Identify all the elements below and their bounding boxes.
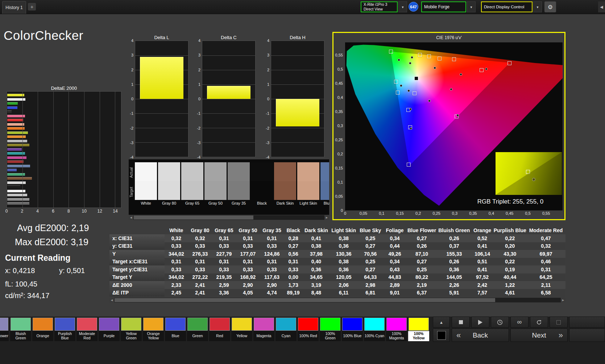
gridline bbox=[135, 142, 188, 143]
patch-button-blue-flower[interactable]: Blue Flower bbox=[0, 317, 9, 341]
patch-button-cyan[interactable]: Cyan bbox=[275, 317, 297, 341]
right-arrow-icon: ▶ bbox=[562, 299, 564, 302]
gridline bbox=[202, 55, 255, 56]
gridline bbox=[202, 84, 255, 85]
patch-button-green[interactable]: Green bbox=[187, 317, 208, 341]
table-cell: 0,32 bbox=[526, 242, 565, 250]
table-cell: 9,01 bbox=[383, 289, 406, 297]
patch-button-100-blue[interactable]: 100% Blue bbox=[342, 317, 363, 341]
scroll-up-button[interactable]: ▲ bbox=[433, 317, 450, 328]
swatch-strip-scrollbar[interactable]: ◀ ▶ bbox=[129, 215, 329, 220]
table-row: ΔE 20002,332,412,592,902,901,733,192,062… bbox=[109, 281, 565, 289]
delta-c-title: Delta C bbox=[202, 35, 256, 41]
settings-button[interactable]: ⚙ bbox=[544, 1, 556, 12]
source-dropdown[interactable]: Mobile Forge bbox=[421, 1, 466, 12]
scroll-right-button[interactable]: ▶ bbox=[324, 215, 329, 220]
patch-button-100-green[interactable]: 100% Green bbox=[320, 317, 341, 341]
scroll-left-button[interactable]: ◀ bbox=[129, 215, 133, 220]
patch-button-bluish-green[interactable]: Bluish Green bbox=[10, 317, 31, 341]
patch-button-100-magenta[interactable]: 100% Magenta bbox=[386, 317, 407, 341]
reading-x-value: x: 0,4218 bbox=[5, 267, 35, 275]
axis-tick-label: 14 bbox=[113, 209, 117, 214]
table-cell: 124,86 bbox=[260, 250, 284, 258]
axis-tick-label: -4 bbox=[130, 155, 133, 159]
scrollbar-thumb[interactable] bbox=[134, 216, 253, 219]
patch-button-moderate-red[interactable]: Moderate Red bbox=[76, 317, 98, 341]
corner-button-bottom[interactable] bbox=[569, 329, 605, 342]
table-cell: 0,52 bbox=[471, 234, 493, 242]
axis-tick-label: 4 bbox=[267, 38, 269, 43]
patch-button-orange[interactable]: Orange bbox=[32, 317, 53, 341]
patch-button-100-cyan[interactable]: 100% Cyan bbox=[364, 317, 385, 341]
patch-swatch bbox=[77, 318, 97, 331]
add-history-tab-button[interactable]: + bbox=[28, 3, 36, 11]
patch-button-red[interactable]: Red bbox=[209, 317, 230, 341]
patch-button-magenta[interactable]: Magenta bbox=[253, 317, 274, 341]
table-row: x: CIE310,320,320,310,310,310,280,410,38… bbox=[109, 234, 565, 242]
cie-target-marker bbox=[413, 91, 417, 95]
patch-button-blue[interactable]: Blue bbox=[165, 317, 186, 341]
table-cell: 0,33 bbox=[188, 242, 212, 250]
axis-tick-label: 0,55 bbox=[335, 53, 343, 57]
history-tab[interactable]: History 1 bbox=[2, 1, 26, 14]
source-dropdown-chevron[interactable]: ▾ bbox=[467, 1, 476, 12]
next-button[interactable]: Next » bbox=[510, 329, 568, 342]
swatch-label: Gray 50 bbox=[204, 200, 227, 206]
table-cell: 2,98 bbox=[358, 281, 383, 289]
collapse-panel-button[interactable]: ◀ bbox=[598, 1, 605, 12]
play-button[interactable] bbox=[471, 317, 489, 328]
scroll-right-button[interactable]: ▶ bbox=[561, 298, 565, 302]
patch-swatch bbox=[187, 318, 208, 331]
actual-swatch bbox=[274, 162, 296, 181]
cie-target-marker bbox=[427, 54, 431, 58]
patch-button-purple[interactable]: Purple bbox=[99, 317, 120, 341]
patch-button-100-red[interactable]: 100% Red bbox=[298, 317, 319, 341]
target-swatch bbox=[320, 181, 329, 200]
actual-swatch bbox=[204, 162, 227, 181]
table-cell: 0,19 bbox=[494, 265, 526, 273]
background-toggle-button[interactable] bbox=[433, 329, 450, 342]
delta-c-chart: Delta C 43210-1-2-3-4 bbox=[202, 35, 256, 41]
axis-tick-label: -1 bbox=[266, 111, 269, 116]
current-reading-title: Current Reading bbox=[5, 253, 70, 263]
table-row-label: y: CIE31 bbox=[109, 242, 165, 250]
table-row: Y344,02276,33227,79177,07124,860,5637,98… bbox=[109, 250, 565, 258]
table-cell: 40,44 bbox=[494, 273, 526, 281]
scroll-left-button[interactable]: ◀ bbox=[109, 298, 114, 302]
deltae-bar bbox=[7, 177, 32, 180]
back-button[interactable]: « Back bbox=[452, 329, 509, 342]
cie-target-marker bbox=[507, 61, 511, 65]
patch-button-purplish-blue[interactable]: Purplish Blue bbox=[54, 317, 75, 341]
patch-label: Yellow bbox=[231, 331, 252, 341]
display-dropdown[interactable]: Direct Display Control bbox=[481, 1, 533, 12]
table-scrollbar[interactable]: ◀ ▶ bbox=[109, 298, 565, 302]
gridline bbox=[53, 92, 54, 208]
patch-button-yellow-green[interactable]: Yellow Green bbox=[121, 317, 142, 341]
display-dropdown-chevron[interactable]: ▾ bbox=[533, 1, 542, 12]
table-row-label: x: CIE31 bbox=[109, 234, 165, 242]
table-cell: 0,41 bbox=[303, 234, 330, 242]
patch-button-yellow[interactable]: Yellow bbox=[231, 317, 252, 341]
delta-h-bar bbox=[276, 99, 319, 126]
cie-target-marker bbox=[389, 50, 393, 54]
stop-button[interactable] bbox=[452, 317, 470, 328]
patch-button-orange-yellow[interactable]: Orange Yellow bbox=[143, 317, 164, 341]
deltae-bar bbox=[7, 140, 27, 142]
patch-label: Purple bbox=[99, 331, 120, 341]
timer-button[interactable] bbox=[491, 317, 509, 328]
scrollbar-thumb[interactable] bbox=[115, 298, 495, 302]
patch-button-100-yellow[interactable]: 100% Yellow bbox=[408, 317, 429, 341]
axis-tick-label: -3 bbox=[197, 141, 200, 145]
delta-l-plot bbox=[135, 41, 188, 157]
table-cell: 0,41 bbox=[471, 242, 493, 250]
meter-dropdown[interactable]: X-Rite i1Pro 3 Direct View bbox=[361, 1, 398, 12]
cie-target-marker bbox=[396, 91, 400, 95]
meter-dropdown-chevron[interactable]: ▾ bbox=[398, 1, 407, 12]
cie-whitepoint-marker bbox=[414, 76, 418, 80]
gridline bbox=[135, 99, 188, 99]
axis-tick-label: 12 bbox=[97, 209, 102, 214]
refresh-button[interactable] bbox=[530, 317, 548, 328]
loop-button[interactable]: ∞ bbox=[510, 317, 529, 328]
extra-transport-button[interactable] bbox=[550, 317, 568, 328]
corner-button-top[interactable] bbox=[569, 317, 605, 328]
